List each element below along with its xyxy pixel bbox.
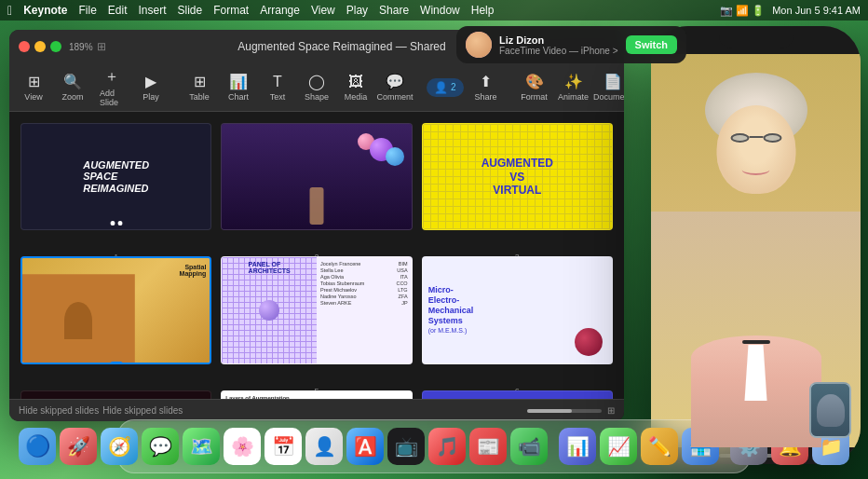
dock-keynote[interactable]: 📊: [559, 428, 596, 465]
dock-numbers[interactable]: 📈: [600, 428, 637, 465]
close-button[interactable]: [19, 41, 30, 52]
toolbar-zoom-label: Zoom: [61, 92, 83, 102]
menu-window[interactable]: Window: [420, 4, 460, 17]
toolbar-play[interactable]: ▶ Play: [134, 69, 168, 105]
hide-skipped-label[interactable]: Hide skipped slides: [19, 405, 99, 416]
menu-play[interactable]: Play: [346, 4, 368, 17]
person-icon: 👤: [434, 81, 448, 94]
toolbar-document-label: Document: [593, 92, 624, 102]
menu-insert[interactable]: Insert: [139, 4, 167, 17]
toolbar-add-slide[interactable]: ＋ Add Slide: [95, 63, 129, 111]
dock-maps[interactable]: 🗺️: [183, 428, 220, 465]
slide-thumb-7[interactable]: AUGO: [20, 390, 211, 399]
zoom-icon[interactable]: ⊞: [97, 40, 106, 53]
contacts-icon: 👤: [313, 435, 336, 458]
slide-thumb-6[interactable]: Micro-Electro-MechanicalSystems(or M.E.M…: [422, 256, 613, 363]
add-slide-icon: ＋: [104, 67, 119, 87]
toolbar-shape[interactable]: ◯ Shape: [300, 69, 333, 105]
toolbar-media[interactable]: 🖼 Media: [339, 70, 373, 105]
dock-appstore[interactable]: 🅰️: [346, 428, 384, 465]
menu-keynote[interactable]: Keynote: [23, 4, 67, 17]
slide-wrapper-3: AugmentedVSVirtual 3: [422, 123, 613, 247]
document-icon: 📄: [604, 73, 622, 90]
toolbar-animate[interactable]: ✨ Animate: [557, 69, 590, 105]
share-icon: ⬆: [480, 73, 492, 90]
menu-slide[interactable]: Slide: [178, 4, 203, 17]
caller-info: Liz Dizon FaceTime Video — iPhone >: [499, 34, 618, 56]
iphone: [651, 26, 861, 464]
keynote-bottom-bar: Hide skipped slides Hide skipped slides …: [9, 399, 624, 421]
folder-icon: 📁: [820, 435, 843, 458]
dock-pages[interactable]: ✏️: [641, 428, 678, 465]
slide-5-panel-title: PANEL OFARCHITECTS: [249, 261, 291, 274]
dock-contacts[interactable]: 👤: [305, 428, 343, 465]
person-necklace: [742, 340, 770, 344]
toolbar-comment[interactable]: 💬 Comment: [378, 69, 412, 105]
toolbar-view-label: View: [24, 92, 42, 102]
slide-wrapper-7: AUGO 7: [20, 390, 211, 399]
toolbar-text-label: Text: [270, 92, 286, 102]
grid-view-icon[interactable]: ⊞: [607, 405, 615, 416]
toolbar-text[interactable]: T Text: [261, 70, 294, 105]
keynote-window: 189% ⊞ Augmented Space Reimagined — Shar…: [9, 30, 624, 421]
toolbar-collaboration[interactable]: 👤 2: [427, 78, 464, 97]
slide-1-text: AUGMENTEDSPACEREIMAGINED: [75, 152, 156, 202]
dock-calendar[interactable]: 📅: [264, 428, 302, 465]
dock-photos[interactable]: 🌸: [224, 428, 261, 465]
table-icon: ⊞: [194, 73, 206, 90]
dock-appletv[interactable]: 📺: [387, 428, 425, 465]
slide-thumb-9[interactable]: PHYSICAL AUGMENTED VIRTUAL: [422, 390, 613, 399]
menu-view[interactable]: View: [311, 4, 335, 17]
slide-selected-indicator: 4: [110, 362, 123, 364]
menu-share[interactable]: Share: [379, 4, 409, 17]
toolbar-chart-label: Chart: [228, 92, 249, 102]
menu-file[interactable]: File: [78, 4, 96, 17]
apple-menu[interactable]: : [7, 3, 12, 18]
traffic-lights: [19, 41, 61, 52]
menu-format[interactable]: Format: [213, 4, 249, 17]
photos-icon: 🌸: [231, 435, 254, 458]
toolbar-view[interactable]: ⊞ View: [17, 69, 50, 105]
minimize-button[interactable]: [34, 41, 46, 52]
zoom-slider[interactable]: [527, 409, 602, 413]
slide-2-figure: [222, 124, 411, 229]
caller-name: Liz Dizon: [499, 34, 618, 46]
slide-6-title: Micro-Electro-MechanicalSystems(or M.E.M…: [428, 285, 544, 335]
dock-safari[interactable]: 🧭: [101, 428, 138, 465]
slide-thumb-2[interactable]: [221, 123, 412, 230]
dock-music[interactable]: 🎵: [428, 428, 466, 465]
toolbar-table[interactable]: ⊞ Table: [183, 69, 216, 105]
slide-thumb-4[interactable]: SpatialMapping 4: [20, 256, 211, 363]
comment-icon: 💬: [386, 73, 404, 90]
maps-icon: 🗺️: [190, 435, 213, 458]
toolbar-share[interactable]: ⬆ Share: [469, 69, 503, 105]
slide-thumb-3[interactable]: AugmentedVSVirtual: [422, 123, 613, 230]
facetime-switch-button[interactable]: Switch: [626, 35, 677, 54]
slide-wrapper-2: 2: [221, 123, 412, 247]
dock-messages[interactable]: 💬: [142, 428, 179, 465]
slide-thumb-1[interactable]: AUGMENTEDSPACEREIMAGINED: [20, 123, 211, 230]
dock-launchpad[interactable]: 🚀: [60, 428, 97, 465]
dock-facetime[interactable]: 📹: [510, 428, 548, 465]
slide-thumb-8[interactable]: Layers of Augmentation: [221, 390, 412, 399]
shape-icon: ◯: [308, 73, 325, 90]
toolbar-document[interactable]: 📄 Document: [596, 69, 624, 105]
self-view-figure: [817, 394, 845, 427]
self-view: [809, 382, 851, 438]
dock-finder[interactable]: 🔵: [19, 428, 56, 465]
menu-arrange[interactable]: Arrange: [260, 4, 300, 17]
maximize-button[interactable]: [50, 41, 61, 52]
toolbar-play-label: Play: [142, 92, 159, 102]
toolbar-chart[interactable]: 📊 Chart: [222, 69, 255, 105]
toolbar-format[interactable]: 🎨 Format: [518, 69, 551, 105]
toolbar-zoom[interactable]: 🔍 Zoom: [56, 69, 89, 105]
keynote-icon: 📊: [566, 435, 590, 458]
menu-edit[interactable]: Edit: [108, 4, 128, 17]
text-icon: T: [273, 74, 282, 90]
pages-icon: ✏️: [648, 435, 671, 458]
launchpad-icon: 🚀: [67, 435, 90, 458]
slide-thumb-5[interactable]: PANEL OFARCHITECTS Jocelyn FranceneBIM S…: [221, 256, 412, 363]
appstore-icon: 🅰️: [354, 435, 377, 458]
menu-help[interactable]: Help: [471, 4, 495, 17]
dock-news[interactable]: 📰: [469, 428, 507, 465]
